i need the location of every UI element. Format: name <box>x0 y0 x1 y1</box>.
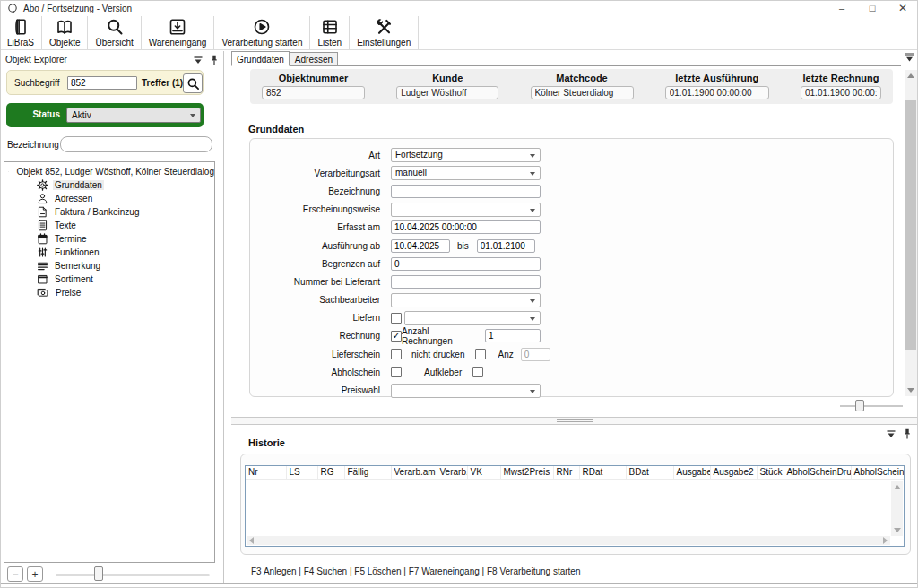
scroll-left-icon[interactable] <box>249 537 254 544</box>
begrenzen-auf-input[interactable] <box>391 257 541 271</box>
col-header[interactable]: AbholScheinDru <box>784 466 851 479</box>
slider-thumb[interactable] <box>855 400 864 411</box>
search-input[interactable] <box>67 76 137 90</box>
tree-item-texte[interactable]: Texte <box>4 219 214 232</box>
toolbar-button-wareneingang[interactable]: Wareneingang <box>142 16 215 49</box>
zoom-out-button[interactable]: − <box>7 566 23 582</box>
col-header[interactable]: Ausgabe <box>673 466 710 479</box>
historie-table[interactable]: Nr LS RG Fällig Verarb.am Verarb. VK Mws… <box>245 465 905 547</box>
col-header[interactable]: RDat <box>579 466 626 479</box>
erfasst-am-input[interactable] <box>391 220 541 234</box>
ausfuehrung-bis-input[interactable] <box>477 239 535 253</box>
objektnummer-value[interactable] <box>262 86 365 99</box>
rechnung-checkbox[interactable] <box>391 331 402 342</box>
table-horizontal-scrollbar[interactable] <box>247 536 890 545</box>
scrollbar-thumb[interactable] <box>905 100 916 350</box>
tree-expander-icon[interactable] <box>8 168 9 176</box>
pin-icon[interactable] <box>904 428 911 439</box>
vertical-scrollbar[interactable] <box>905 70 917 396</box>
kunde-value[interactable] <box>396 86 498 99</box>
historie-header-row: Nr LS RG Fällig Verarb.am Verarb. VK Mws… <box>246 466 905 479</box>
tab-grunddaten[interactable]: Grunddaten <box>231 51 290 66</box>
header-field-letzte-ausfuehrung: letzte Ausführung <box>665 73 769 104</box>
toolbar-button-libras[interactable]: LiBraS <box>0 16 42 49</box>
col-header[interactable]: Verarb.am <box>391 466 437 479</box>
liefern-checkbox[interactable] <box>391 313 402 324</box>
abholschein-checkbox[interactable] <box>391 367 402 377</box>
tree-item-termine[interactable]: Termine <box>4 232 214 246</box>
lieferschein-checkbox[interactable] <box>391 349 402 359</box>
bezeichnung-input[interactable] <box>391 185 541 198</box>
col-header[interactable]: Verarb. <box>437 466 467 479</box>
verarbeitungsart-dropdown[interactable]: manuell <box>391 166 541 180</box>
nicht-drucken-checkbox[interactable] <box>475 349 486 359</box>
sachbearbeiter-dropdown[interactable] <box>391 293 541 307</box>
anz-input[interactable] <box>521 348 550 361</box>
scroll-right-icon[interactable] <box>883 537 888 544</box>
person-icon <box>37 193 48 204</box>
panel-collapse-icon[interactable] <box>194 56 203 65</box>
col-header[interactable]: RNr <box>553 466 579 479</box>
status-dropdown[interactable]: Aktiv <box>66 108 201 123</box>
splitter-grip[interactable] <box>557 419 593 422</box>
titlebar: Abo / Fortsetzung - Version – □ ✕ <box>0 0 918 16</box>
tree-item-grunddaten[interactable]: Grunddaten <box>4 178 214 192</box>
anzahl-rechnungen-input[interactable] <box>485 329 541 342</box>
tree-item-preise[interactable]: Preise <box>4 286 214 299</box>
tab-adressen[interactable]: Adressen <box>290 52 338 65</box>
letzte-rechnung-value[interactable] <box>801 86 881 99</box>
col-header[interactable]: Stück <box>757 466 784 479</box>
toolbar-button-verarbeitung-starten[interactable]: Verarbeitung starten <box>214 16 310 49</box>
tree-item-funktionen[interactable]: Funktionen <box>4 246 214 259</box>
art-dropdown[interactable]: Fortsetzung <box>391 148 541 162</box>
toolbar-button-uebersicht[interactable]: Übersicht <box>88 16 141 49</box>
col-header[interactable]: Nr <box>246 466 286 479</box>
tree-root-node[interactable]: Objekt 852, Ludger Wösthoff, Kölner Steu… <box>4 162 214 178</box>
ausfuehrung-ab-input[interactable] <box>391 239 450 253</box>
toolbar-button-einstellungen[interactable]: Einstellungen <box>350 16 419 49</box>
zoom-slider-thumb[interactable] <box>94 566 103 581</box>
slider-track[interactable] <box>840 405 903 407</box>
col-header[interactable]: AbholSchein <box>851 466 905 479</box>
tree-item-adressen[interactable]: Adressen <box>4 192 214 205</box>
scroll-down-icon[interactable] <box>894 528 901 532</box>
col-header[interactable]: LS <box>286 466 317 479</box>
tree-item-sortiment[interactable]: Sortiment <box>4 272 214 286</box>
zoom-slider-track[interactable] <box>56 574 210 576</box>
toolbar-button-listen[interactable]: Listen <box>310 16 350 49</box>
pin-icon[interactable] <box>211 55 218 65</box>
tree-item-faktura-bankeinzug[interactable]: Faktura / Bankeinzug <box>4 205 214 219</box>
pane-zoom-slider[interactable] <box>840 400 903 412</box>
col-header[interactable]: VK <box>467 466 500 479</box>
col-header[interactable]: RG <box>317 466 344 479</box>
erscheinungsweise-dropdown[interactable] <box>391 203 541 217</box>
toolbar-button-objekte[interactable]: Objekte <box>42 16 88 49</box>
panel-collapse-icon[interactable] <box>887 430 896 438</box>
search-button[interactable] <box>183 74 203 93</box>
nummer-bei-lieferant-input[interactable] <box>391 275 541 289</box>
col-header[interactable]: Ausgabe2 <box>710 466 757 479</box>
panel-collapse-icon[interactable] <box>905 53 914 62</box>
matchcode-value[interactable] <box>531 86 634 99</box>
chevron-down-icon <box>530 172 535 176</box>
maximize-button[interactable]: □ <box>857 0 888 16</box>
bezeichnung-filter-input[interactable] <box>60 136 212 152</box>
scroll-up-icon[interactable] <box>907 74 914 78</box>
tree-item-bemerkung[interactable]: Bemerkung <box>4 259 214 272</box>
minimize-button[interactable]: – <box>827 0 857 16</box>
chevron-down-icon <box>190 114 195 117</box>
col-header[interactable]: BDat <box>626 466 673 479</box>
window-title: Abo / Fortsetzung - Version <box>23 4 132 13</box>
col-header[interactable]: Fällig <box>344 466 391 479</box>
close-button[interactable]: ✕ <box>888 0 918 16</box>
col-header[interactable]: Mwst2Preis <box>500 466 553 479</box>
scroll-up-icon[interactable] <box>894 485 901 489</box>
aufkleber-checkbox[interactable] <box>472 367 483 377</box>
liefern-dropdown[interactable] <box>404 311 541 325</box>
letzte-ausfuehrung-value[interactable] <box>665 86 769 99</box>
table-vertical-scrollbar[interactable] <box>891 481 903 536</box>
preiswahl-dropdown[interactable] <box>391 384 541 398</box>
horizontal-splitter[interactable] <box>231 417 918 425</box>
scroll-down-icon[interactable] <box>907 388 914 393</box>
zoom-in-button[interactable]: + <box>27 566 43 582</box>
